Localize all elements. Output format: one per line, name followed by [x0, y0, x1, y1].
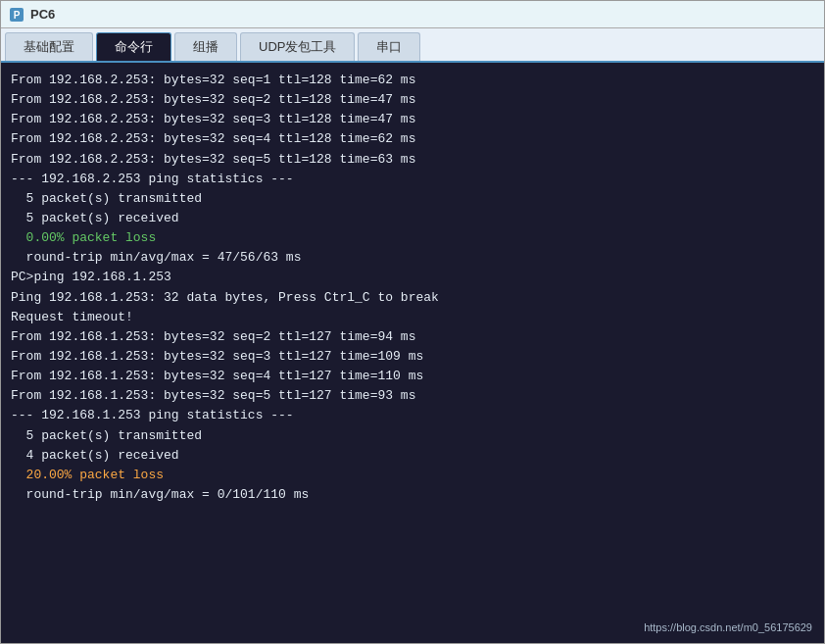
terminal-line: From 192.168.1.253: bytes=32 seq=4 ttl=1… [11, 367, 814, 386]
terminal-line: From 192.168.2.253: bytes=32 seq=4 ttl=1… [11, 129, 814, 149]
terminal-line: 5 packet(s) transmitted [11, 426, 814, 446]
terminal-line: 20.00% packet loss [11, 466, 814, 485]
terminal-line: From 192.168.1.253: bytes=32 seq=5 ttl=1… [11, 386, 814, 406]
tab-serial[interactable]: 串口 [358, 32, 420, 61]
tab-group[interactable]: 组播 [174, 32, 237, 61]
title-bar: P PC6 [1, 1, 824, 28]
terminal-line: From 192.168.1.253: bytes=32 seq=2 ttl=1… [11, 327, 814, 347]
terminal-line: PC>ping 192.168.1.253 [11, 268, 814, 287]
window-title: PC6 [30, 7, 55, 22]
terminal-line: Request timeout! [11, 308, 814, 327]
main-window: P PC6 基础配置命令行组播UDP发包工具串口 From 192.168.2.… [0, 0, 825, 644]
svg-text:P: P [14, 10, 21, 21]
tab-cmd[interactable]: 命令行 [96, 32, 171, 61]
terminal-line: From 192.168.2.253: bytes=32 seq=1 ttl=1… [11, 71, 814, 90]
window-icon: P [9, 7, 24, 23]
terminal-line: round-trip min/avg/max = 0/101/110 ms [11, 485, 814, 505]
terminal[interactable]: From 192.168.2.253: bytes=32 seq=1 ttl=1… [1, 63, 824, 643]
tab-basic[interactable]: 基础配置 [5, 32, 93, 61]
terminal-line: --- 192.168.1.253 ping statistics --- [11, 406, 814, 425]
tabs-bar: 基础配置命令行组播UDP发包工具串口 [1, 28, 824, 63]
tab-udp[interactable]: UDP发包工具 [240, 32, 355, 61]
terminal-line: From 192.168.2.253: bytes=32 seq=2 ttl=1… [11, 90, 814, 110]
terminal-line: From 192.168.2.253: bytes=32 seq=5 ttl=1… [11, 150, 814, 170]
terminal-line: Ping 192.168.1.253: 32 data bytes, Press… [11, 288, 814, 308]
terminal-line: From 192.168.2.253: bytes=32 seq=3 ttl=1… [11, 110, 814, 129]
terminal-line: 0.00% packet loss [11, 228, 814, 248]
terminal-line: From 192.168.1.253: bytes=32 seq=3 ttl=1… [11, 347, 814, 367]
terminal-line: 4 packet(s) received [11, 446, 814, 466]
terminal-line: 5 packet(s) transmitted [11, 189, 814, 209]
watermark: https://blog.csdn.net/m0_56175629 [644, 621, 812, 633]
terminal-line: 5 packet(s) received [11, 209, 814, 228]
terminal-wrapper: From 192.168.2.253: bytes=32 seq=1 ttl=1… [1, 63, 824, 643]
terminal-line: --- 192.168.2.253 ping statistics --- [11, 170, 814, 189]
terminal-line: round-trip min/avg/max = 47/56/63 ms [11, 248, 814, 268]
